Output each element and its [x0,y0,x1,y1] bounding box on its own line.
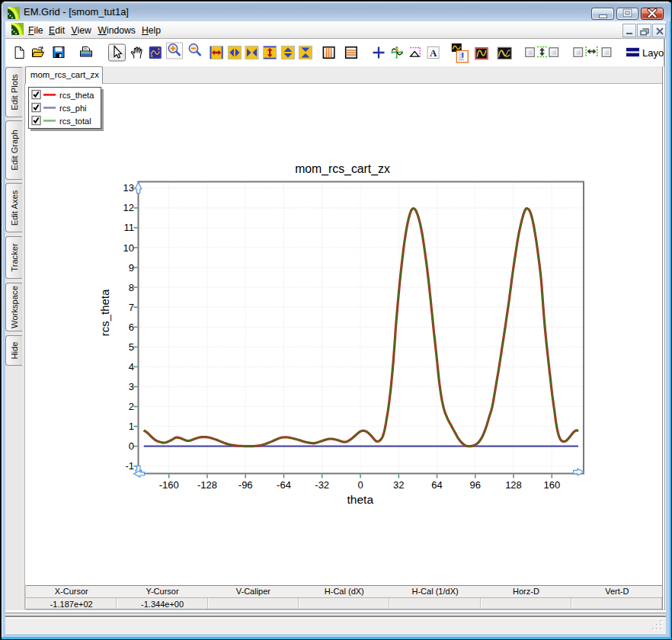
svg-text:6: 6 [129,322,134,333]
svg-text:160: 160 [543,479,560,491]
svg-text:1: 1 [129,421,134,432]
svg-text:-160: -160 [159,479,179,491]
svg-text:4: 4 [129,361,134,373]
svg-text:theta: theta [347,493,374,506]
svg-text:2: 2 [129,401,134,412]
svg-text:0: 0 [357,479,363,491]
svg-text:-96: -96 [238,479,253,491]
svg-text:0: 0 [129,440,134,452]
svg-text:128: 128 [505,479,522,491]
svg-text:8: 8 [129,282,134,293]
svg-text:-64: -64 [277,479,291,491]
svg-text:64: 64 [431,479,442,491]
svg-text:rcs_phi: rcs_phi [59,103,86,112]
svg-text:Layout: Layout [642,47,664,59]
svg-text:9: 9 [129,262,134,274]
svg-text:11: 11 [124,222,135,233]
svg-text:13: 13 [123,182,134,194]
svg-text:3: 3 [129,381,134,392]
svg-text:rcs_theta: rcs_theta [98,289,111,336]
svg-text:5: 5 [129,341,134,353]
svg-text:rcs_total: rcs_total [59,116,91,125]
svg-text:-32: -32 [315,479,329,491]
svg-text:rcs_theta: rcs_theta [59,90,94,99]
svg-text:7: 7 [129,302,134,313]
svg-text:-1: -1 [125,460,134,472]
svg-text:12: 12 [123,202,134,213]
svg-text:96: 96 [470,479,481,491]
svg-text:-128: -128 [197,479,217,491]
svg-text:mom_rcs_cart_zx: mom_rcs_cart_zx [295,162,390,176]
svg-text:32: 32 [393,479,404,491]
svg-text:A: A [430,47,437,59]
svg-text:10: 10 [123,242,134,254]
